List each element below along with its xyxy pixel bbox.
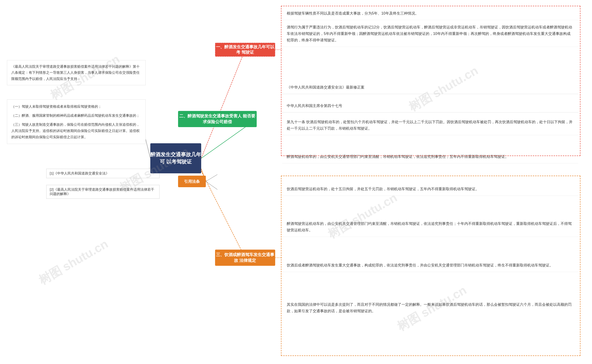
right-text-block8: 醉酒驾驶营运机动车的，由公安机关交通管理部门约束至清醒，吊销机动车驾驶证，依法追… bbox=[282, 217, 578, 237]
right-text-block6: 醉酒驾驶机动车的，由公安机关交通管理部门约束至清醒，吊销机动车驾驶证，依法追究刑… bbox=[282, 150, 578, 163]
right-text-block7: 饮酒后驾驶营运机动车的，处十五日拘留，并处五千元罚款，吊销机动车驾驶证，五年内不… bbox=[282, 182, 578, 196]
left-item-2: （二）醉酒、服用国家管制的精神药品或者麻醉药品后驾驶机动车发生交通事故的； bbox=[11, 112, 141, 118]
right-text-block4: 中华人民共和国主席令第四十七号 bbox=[282, 99, 578, 113]
law-ref-1-box: [1]《中华人民共和国道路交通安全法》 bbox=[46, 169, 160, 178]
left-item-3: （三）驾驶人故意制造交通事故的，保险公司在赔偿范围内向侵权人主张追偿权的，人民法… bbox=[11, 121, 141, 140]
center-node: 醉酒发生交通事故几年可 以考驾驶证 bbox=[150, 143, 201, 173]
node-r3-label: 三、饮酒或醉酒驾车发生交通事故 法律规定 bbox=[216, 252, 275, 263]
left-top-law-box: 《最高人民法院关于审理道路交通事故损害赔偿案件适用法律若干问题的解释》第十八条规… bbox=[7, 60, 146, 85]
left-top-law-text: 《最高人民法院关于审理道路交通事故损害赔偿案件适用法律若干问题的解释》第十八条规… bbox=[11, 65, 140, 81]
right-text-block3: 《中华人民共和国道路交通安全法》最新修正案 bbox=[282, 81, 578, 94]
node-yinyong: 引用法条 bbox=[178, 176, 206, 187]
svg-line-8 bbox=[206, 182, 217, 189]
right-text-block2: 酒驾行为属于严重违法行为，饮酒后驾驶机动车的记12分，饮酒后驾驶营运机动车，醉酒… bbox=[282, 21, 578, 47]
svg-line-7 bbox=[206, 175, 217, 182]
center-node-label: 醉酒发生交通事故几年可 以考驾驶证 bbox=[150, 151, 201, 165]
node-r2-label: 二、醉酒驾驶发生交通事故受害人 能否要求保险公司赔偿 bbox=[178, 113, 257, 125]
right-text-block5: 第九十一条 饮酒后驾驶机动车的，处暂扣六个月机动车驾驶证，并处一千元以上二千元以… bbox=[282, 116, 578, 135]
right-text-block9: 饮酒后或者醉酒驾驶机动车发生重大交通事故，构成犯罪的，依法追究刑事责任，并由公安… bbox=[282, 259, 578, 272]
right-text-block1: 根据驾驶车辆性质不同以及是否造成重大事故，分为5年、10年及终生三种情况。 bbox=[282, 7, 578, 20]
mind-map: 醉酒发生交通事故几年可 以考驾驶证 一、醉酒发生交通事故几年可以考 驾驶证 二、… bbox=[0, 0, 592, 364]
law-ref-2-box: [2]《最高人民法院关于审理道路交通事故损害赔偿案件适用法律若干问题的解释》 bbox=[46, 185, 160, 199]
svg-line-0 bbox=[201, 50, 245, 158]
watermark-3: 树图 shutu.cn bbox=[36, 236, 111, 289]
node-r2: 二、醉酒驾驶发生交通事故受害人 能否要求保险公司赔偿 bbox=[178, 111, 257, 127]
left-item-1: （一）驾驶人未取得驾驶资格或者未取得相应驾驶资格的； bbox=[11, 103, 141, 110]
law-ref-2-label: [2]《最高人民法院关于审理道路交通事故损害赔偿案件适用法律若干问题的解释》 bbox=[50, 188, 154, 196]
node-r3: 三、饮酒或醉酒驾车发生交通事故 法律规定 bbox=[215, 250, 275, 266]
right-text-block10: 其实在我国的法律中可以说是多次提到了，而且对于不同的情况都做了一定的解释。一般来… bbox=[282, 298, 578, 318]
node-r1: 一、醉酒发生交通事故几年可以考 驾驶证 bbox=[215, 43, 275, 57]
law-ref-1-label: [1]《中华人民共和国道路交通安全法》 bbox=[50, 171, 109, 175]
node-r1-label: 一、醉酒发生交通事故几年可以考 驾驶证 bbox=[216, 44, 275, 55]
svg-line-3 bbox=[201, 171, 245, 258]
node-yinyong-label: 引用法条 bbox=[184, 179, 200, 184]
left-items-box: （一）驾驶人未取得驾驶资格或者未取得相应驾驶资格的； （二）醉酒、服用国家管制的… bbox=[7, 99, 146, 144]
